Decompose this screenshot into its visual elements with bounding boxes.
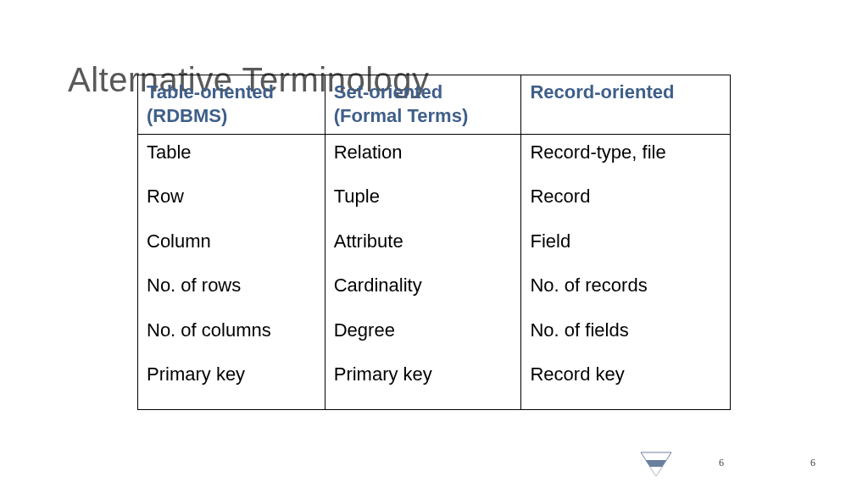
table-row: No. of columns Degree No. of fields <box>138 313 731 357</box>
cell: Record-type, file <box>521 135 731 180</box>
col-header-1-line1: Table-oriented <box>147 81 274 103</box>
cell: Cardinality <box>325 268 521 312</box>
table-row: No. of rows Cardinality No. of records <box>138 268 731 312</box>
cell: Attribute <box>325 224 521 268</box>
cell: Table <box>138 135 326 180</box>
triangle-decoration-icon <box>639 451 673 478</box>
cell: Tuple <box>325 179 521 223</box>
table-row: Table Relation Record-type, file <box>138 135 731 180</box>
cell: Primary key <box>138 357 326 410</box>
col-header-1: Table-oriented (RDBMS) <box>138 75 326 135</box>
cell: Column <box>138 224 326 268</box>
svg-marker-2 <box>650 467 662 476</box>
cell: Row <box>138 179 326 223</box>
cell: No. of columns <box>138 313 326 357</box>
cell: Field <box>521 224 731 268</box>
col-header-2: Set-oriented (Formal Terms) <box>325 75 521 135</box>
cell: Relation <box>325 135 521 180</box>
cell: Primary key <box>325 357 521 410</box>
col-header-3-line1: Record-oriented <box>530 81 674 103</box>
cell: No. of fields <box>521 313 731 357</box>
cell: Degree <box>325 313 521 357</box>
table-row: Row Tuple Record <box>138 179 731 223</box>
terminology-table: Table-oriented (RDBMS) Set-oriented (For… <box>137 75 731 410</box>
page-number-duplicate: 6 <box>810 457 815 469</box>
table-body: Table Relation Record-type, file Row Tup… <box>138 135 731 410</box>
cell: No. of rows <box>138 268 326 312</box>
cell: Record <box>521 179 731 223</box>
cell: Record key <box>521 357 731 410</box>
page-number: 6 <box>719 457 724 469</box>
col-header-2-line2: (Formal Terms) <box>334 105 469 126</box>
table-row: Primary key Primary key Record key <box>138 357 731 410</box>
col-header-1-line2: (RDBMS) <box>147 105 227 126</box>
col-header-3: Record-oriented <box>521 75 731 135</box>
cell: No. of records <box>521 268 731 312</box>
table-row: Column Attribute Field <box>138 224 731 268</box>
col-header-2-line1: Set-oriented <box>334 81 442 103</box>
